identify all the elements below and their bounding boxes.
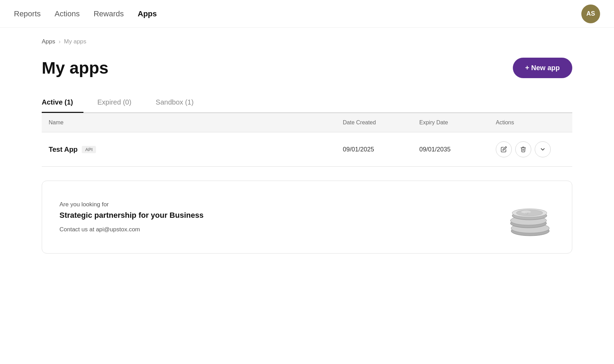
nav-actions[interactable]: Actions [55, 9, 80, 18]
promo-card: Are you looking for Strategic partnershi… [42, 181, 572, 254]
tab-expired[interactable]: Expired (0) [97, 93, 142, 113]
page-header: My apps + New app [42, 58, 572, 78]
expiry-date-cell: 09/01/2035 [419, 146, 496, 153]
delete-icon [520, 146, 526, 152]
top-nav: Reports Actions Rewards Apps AS [0, 0, 614, 28]
app-name-text: Test App [49, 146, 78, 154]
breadcrumb: Apps › My apps [42, 38, 572, 45]
promo-text: Are you looking for Strategic partnershi… [59, 201, 203, 233]
edit-icon [501, 146, 507, 152]
table-header: Name Date Created Expiry Date Actions [42, 113, 572, 132]
breadcrumb-separator: › [59, 39, 60, 45]
col-header-name: Name [49, 119, 343, 126]
api-badge: API [82, 146, 96, 153]
promo-heading: Strategic partnership for your Business [59, 211, 203, 220]
breadcrumb-apps-link[interactable]: Apps [42, 38, 55, 45]
tabs-container: Active (1) Expired (0) Sandbox (1) [42, 93, 572, 113]
tab-sandbox[interactable]: Sandbox (1) [156, 93, 204, 113]
app-name-cell: Test App API [49, 146, 343, 154]
col-header-expiry-date: Expiry Date [419, 119, 496, 126]
avatar[interactable]: AS [581, 5, 600, 23]
row-actions-cell [496, 141, 565, 157]
nav-reports[interactable]: Reports [14, 9, 41, 18]
col-header-date-created: Date Created [343, 119, 419, 126]
nav-rewards[interactable]: Rewards [94, 9, 124, 18]
svg-point-8 [521, 210, 531, 213]
nav-links: Reports Actions Rewards Apps [14, 9, 581, 18]
delete-button[interactable] [515, 141, 531, 157]
nav-apps[interactable]: Apps [138, 9, 157, 18]
apps-table: Name Date Created Expiry Date Actions Te… [42, 113, 572, 167]
breadcrumb-current: My apps [64, 38, 86, 45]
chevron-down-icon [540, 146, 546, 152]
new-app-button[interactable]: + New app [513, 58, 572, 78]
col-header-actions: Actions [496, 119, 565, 126]
promo-pre-heading: Are you looking for [59, 201, 203, 208]
promo-contact: Contact us at api@upstox.com [59, 226, 203, 233]
coin-stack-illustration: ☞ [499, 196, 555, 238]
tab-active[interactable]: Active (1) [42, 93, 83, 113]
main-content: Apps › My apps My apps + New app Active … [0, 28, 614, 274]
table-row: Test App API 09/01/2025 09/01/2035 [42, 132, 572, 167]
expand-button[interactable] [535, 141, 551, 157]
page-title: My apps [42, 58, 108, 77]
date-created-cell: 09/01/2025 [343, 146, 419, 153]
promo-image: ☞ [499, 196, 555, 238]
edit-button[interactable] [496, 141, 512, 157]
